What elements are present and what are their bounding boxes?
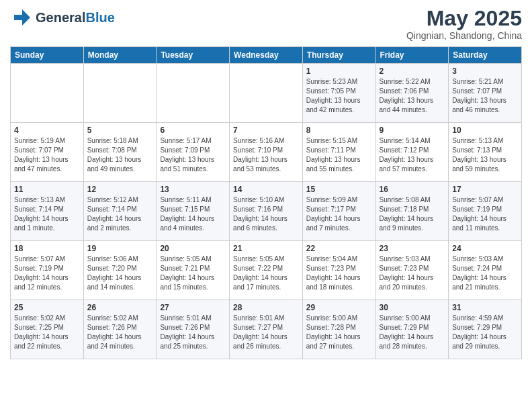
calendar-cell: 4Sunrise: 5:19 AMSunset: 7:07 PMDaylight… (11, 123, 84, 182)
calendar-cell: 16Sunrise: 5:08 AMSunset: 7:18 PMDayligh… (375, 182, 449, 241)
weekday-header-monday: Monday (83, 47, 157, 64)
day-number: 9 (380, 126, 445, 135)
day-info: Sunrise: 5:03 AMSunset: 7:23 PMDaylight:… (380, 255, 445, 292)
calendar-cell: 14Sunrise: 5:10 AMSunset: 7:16 PMDayligh… (230, 182, 303, 241)
calendar-cell: 24Sunrise: 5:03 AMSunset: 7:24 PMDayligh… (449, 241, 522, 300)
weekday-header-tuesday: Tuesday (157, 47, 230, 64)
calendar-cell: 20Sunrise: 5:05 AMSunset: 7:21 PMDayligh… (157, 241, 230, 300)
calendar-week-1: 1Sunrise: 5:23 AMSunset: 7:05 PMDaylight… (11, 64, 522, 123)
calendar-cell: 25Sunrise: 5:02 AMSunset: 7:25 PMDayligh… (11, 300, 84, 359)
day-info: Sunrise: 4:59 AMSunset: 7:29 PMDaylight:… (452, 314, 518, 351)
day-info: Sunrise: 5:12 AMSunset: 7:14 PMDaylight:… (87, 195, 153, 233)
day-number: 3 (452, 66, 518, 76)
day-info: Sunrise: 5:00 AMSunset: 7:28 PMDaylight:… (306, 314, 372, 351)
location: Qingnian, Shandong, China (406, 30, 522, 41)
day-info: Sunrise: 5:18 AMSunset: 7:08 PMDaylight:… (87, 136, 153, 174)
day-info: Sunrise: 5:01 AMSunset: 7:27 PMDaylight:… (233, 314, 299, 351)
calendar-cell: 8Sunrise: 5:15 AMSunset: 7:11 PMDaylight… (302, 123, 375, 182)
day-info: Sunrise: 5:02 AMSunset: 7:25 PMDaylight:… (14, 314, 80, 351)
month-title: May 2025 (406, 7, 522, 30)
day-info: Sunrise: 5:09 AMSunset: 7:17 PMDaylight:… (306, 195, 372, 233)
day-number: 28 (233, 303, 299, 312)
calendar-cell: 21Sunrise: 5:05 AMSunset: 7:22 PMDayligh… (230, 241, 303, 300)
day-info: Sunrise: 5:10 AMSunset: 7:16 PMDaylight:… (233, 195, 299, 233)
calendar-body: 1Sunrise: 5:23 AMSunset: 7:05 PMDaylight… (11, 64, 522, 359)
calendar-table: SundayMondayTuesdayWednesdayThursdayFrid… (10, 46, 522, 359)
calendar-cell: 28Sunrise: 5:01 AMSunset: 7:27 PMDayligh… (230, 300, 303, 359)
calendar-cell: 31Sunrise: 4:59 AMSunset: 7:29 PMDayligh… (449, 300, 522, 359)
logo-general: General (36, 10, 85, 25)
day-number: 13 (160, 185, 226, 194)
day-info: Sunrise: 5:07 AMSunset: 7:19 PMDaylight:… (452, 195, 518, 233)
day-number: 16 (380, 185, 445, 194)
calendar-cell: 7Sunrise: 5:16 AMSunset: 7:10 PMDaylight… (230, 123, 303, 182)
day-number: 1 (306, 66, 372, 76)
calendar-cell: 12Sunrise: 5:12 AMSunset: 7:14 PMDayligh… (83, 182, 157, 241)
page-header: GeneralBlue May 2025 Qingnian, Shandong,… (10, 7, 522, 41)
calendar-week-2: 4Sunrise: 5:19 AMSunset: 7:07 PMDaylight… (11, 123, 522, 182)
day-number: 17 (452, 185, 518, 194)
day-info: Sunrise: 5:05 AMSunset: 7:22 PMDaylight:… (233, 255, 299, 292)
day-info: Sunrise: 5:06 AMSunset: 7:20 PMDaylight:… (87, 255, 153, 292)
day-info: Sunrise: 5:05 AMSunset: 7:21 PMDaylight:… (160, 255, 226, 292)
calendar-cell: 22Sunrise: 5:04 AMSunset: 7:23 PMDayligh… (302, 241, 375, 300)
day-info: Sunrise: 5:17 AMSunset: 7:09 PMDaylight:… (160, 136, 226, 174)
calendar-cell (83, 64, 157, 123)
calendar-week-3: 11Sunrise: 5:13 AMSunset: 7:14 PMDayligh… (11, 182, 522, 241)
calendar-cell: 5Sunrise: 5:18 AMSunset: 7:08 PMDaylight… (83, 123, 157, 182)
day-info: Sunrise: 5:00 AMSunset: 7:29 PMDaylight:… (380, 314, 445, 351)
calendar-cell: 29Sunrise: 5:00 AMSunset: 7:28 PMDayligh… (302, 300, 375, 359)
day-number: 27 (160, 303, 226, 312)
calendar-cell: 11Sunrise: 5:13 AMSunset: 7:14 PMDayligh… (11, 182, 84, 241)
title-block: May 2025 Qingnian, Shandong, China (406, 7, 522, 41)
day-number: 11 (14, 185, 80, 194)
calendar-cell: 18Sunrise: 5:07 AMSunset: 7:19 PMDayligh… (11, 241, 84, 300)
weekday-header-thursday: Thursday (302, 47, 375, 64)
day-info: Sunrise: 5:01 AMSunset: 7:26 PMDaylight:… (160, 314, 226, 351)
weekday-header-sunday: Sunday (11, 47, 84, 64)
weekday-row: SundayMondayTuesdayWednesdayThursdayFrid… (11, 47, 522, 64)
calendar-cell: 10Sunrise: 5:13 AMSunset: 7:13 PMDayligh… (449, 123, 522, 182)
day-number: 29 (306, 303, 372, 312)
calendar-cell: 13Sunrise: 5:11 AMSunset: 7:15 PMDayligh… (157, 182, 230, 241)
day-number: 18 (14, 244, 80, 253)
calendar-cell: 6Sunrise: 5:17 AMSunset: 7:09 PMDaylight… (157, 123, 230, 182)
calendar-cell: 27Sunrise: 5:01 AMSunset: 7:26 PMDayligh… (157, 300, 230, 359)
day-number: 30 (380, 303, 445, 312)
calendar-cell: 26Sunrise: 5:02 AMSunset: 7:26 PMDayligh… (83, 300, 157, 359)
calendar-cell: 9Sunrise: 5:14 AMSunset: 7:12 PMDaylight… (375, 123, 449, 182)
day-number: 23 (380, 244, 445, 253)
calendar-cell: 30Sunrise: 5:00 AMSunset: 7:29 PMDayligh… (375, 300, 449, 359)
day-number: 10 (452, 126, 518, 135)
day-info: Sunrise: 5:22 AMSunset: 7:06 PMDaylight:… (380, 77, 445, 115)
calendar-cell: 17Sunrise: 5:07 AMSunset: 7:19 PMDayligh… (449, 182, 522, 241)
day-info: Sunrise: 5:03 AMSunset: 7:24 PMDaylight:… (452, 255, 518, 292)
day-number: 19 (87, 244, 153, 253)
day-number: 12 (87, 185, 153, 194)
day-number: 22 (306, 244, 372, 253)
calendar-cell: 2Sunrise: 5:22 AMSunset: 7:06 PMDaylight… (375, 64, 449, 123)
calendar-week-5: 25Sunrise: 5:02 AMSunset: 7:25 PMDayligh… (11, 300, 522, 359)
calendar-cell: 23Sunrise: 5:03 AMSunset: 7:23 PMDayligh… (375, 241, 449, 300)
weekday-header-wednesday: Wednesday (230, 47, 303, 64)
day-info: Sunrise: 5:13 AMSunset: 7:14 PMDaylight:… (14, 195, 80, 233)
day-number: 31 (452, 303, 518, 312)
day-number: 26 (87, 303, 153, 312)
weekday-header-saturday: Saturday (449, 47, 522, 64)
day-info: Sunrise: 5:14 AMSunset: 7:12 PMDaylight:… (380, 136, 445, 174)
day-info: Sunrise: 5:11 AMSunset: 7:15 PMDaylight:… (160, 195, 226, 233)
day-info: Sunrise: 5:13 AMSunset: 7:13 PMDaylight:… (452, 136, 518, 174)
day-number: 15 (306, 185, 372, 194)
calendar-cell (230, 64, 303, 123)
calendar-cell: 19Sunrise: 5:06 AMSunset: 7:20 PMDayligh… (83, 241, 157, 300)
logo: GeneralBlue (10, 7, 115, 28)
day-info: Sunrise: 5:23 AMSunset: 7:05 PMDaylight:… (306, 77, 372, 115)
day-number: 14 (233, 185, 299, 194)
day-number: 2 (380, 66, 445, 76)
day-info: Sunrise: 5:07 AMSunset: 7:19 PMDaylight:… (14, 255, 80, 292)
day-number: 21 (233, 244, 299, 253)
weekday-header-friday: Friday (375, 47, 449, 64)
day-number: 25 (14, 303, 80, 312)
logo-icon (10, 7, 32, 28)
calendar-cell: 3Sunrise: 5:21 AMSunset: 7:07 PMDaylight… (449, 64, 522, 123)
